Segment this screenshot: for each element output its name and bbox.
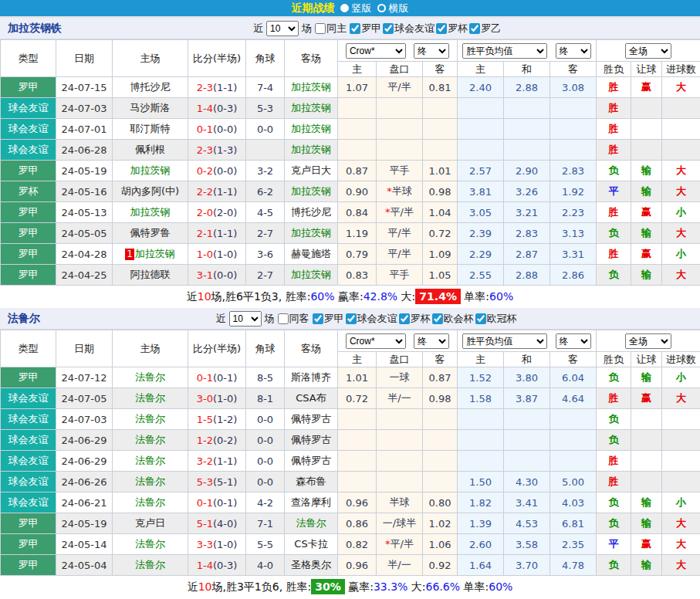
league-filters: 罗甲球会友谊罗杯欧会杯欧冠杯 bbox=[313, 312, 517, 326]
avg-odds-select[interactable]: 胜平负均值 bbox=[462, 43, 547, 59]
away-team-cell: 博托沙尼 bbox=[285, 202, 338, 223]
league-filter[interactable]: 罗乙 bbox=[469, 22, 501, 36]
avg-draw-cell: 4.53 bbox=[504, 513, 550, 534]
away-team-cell: 加拉茨钢 bbox=[285, 77, 338, 98]
league-checkbox[interactable] bbox=[475, 313, 486, 324]
goals-result-cell bbox=[662, 98, 700, 119]
date-cell: 24-05-16 bbox=[56, 181, 113, 202]
col-avg-draw: 和 bbox=[504, 62, 550, 77]
league-filter[interactable]: 欧会杯 bbox=[432, 312, 474, 326]
corner-cell: 7-4 bbox=[246, 77, 285, 98]
crown-away-odds-cell bbox=[423, 430, 458, 451]
date-cell: 24-07-03 bbox=[56, 98, 113, 119]
summary-segment: 场,胜6平1负3, 胜率: bbox=[211, 290, 311, 303]
corner-cell: 6-2 bbox=[246, 181, 285, 202]
league-checkbox[interactable] bbox=[346, 313, 357, 324]
final-avg-select[interactable]: 终 bbox=[556, 333, 591, 349]
bookmaker-select[interactable]: Crow* bbox=[346, 333, 406, 349]
col-handicap: 盘口 bbox=[377, 62, 423, 77]
final-odds-select[interactable]: 终 bbox=[414, 43, 449, 59]
match-row: 罗甲24-05-05佩特罗鲁2-1(1-1)2-7加拉茨钢1.19平/半0.72… bbox=[1, 223, 700, 244]
col-handicap-result: 让球 bbox=[631, 62, 662, 77]
home-team-cell: 法鲁尔 bbox=[113, 409, 188, 430]
league-checkbox[interactable] bbox=[313, 313, 323, 324]
crown-home-odds-cell: 0.72 bbox=[338, 388, 377, 409]
layout-radio-vertical[interactable]: 竖版 bbox=[340, 2, 372, 15]
away-team-cell: CSA布 bbox=[285, 388, 338, 409]
league-type-cell: 罗甲 bbox=[1, 534, 56, 555]
avg-odds-select[interactable]: 胜平负均值 bbox=[462, 333, 547, 349]
match-row: 罗杯24-05-16胡內多阿(中)2-2(1-1)6-2加拉茨钢0.90*半球0… bbox=[1, 181, 700, 202]
league-checkbox[interactable] bbox=[399, 313, 410, 324]
goals-result-cell: 大 bbox=[662, 265, 700, 286]
section-header-farul: 法鲁尔 近 10 场 同客 罗甲球会友谊罗杯欧会杯欧冠杯 bbox=[0, 308, 700, 330]
avg-draw-cell: 3.41 bbox=[504, 492, 550, 513]
radio-selected-icon[interactable] bbox=[340, 4, 349, 12]
same-venue-filter[interactable]: 同主 bbox=[315, 22, 347, 36]
league-filter[interactable]: 罗杯 bbox=[399, 312, 431, 326]
crown-away-odds-cell: 0.87 bbox=[423, 367, 458, 388]
league-checkbox[interactable] bbox=[383, 23, 394, 34]
games-count-select[interactable]: 10 bbox=[229, 311, 262, 327]
avg-home-cell: 3.81 bbox=[458, 181, 504, 202]
same-venue-checkbox[interactable] bbox=[315, 23, 326, 34]
league-type-cell: 球会友谊 bbox=[1, 98, 56, 119]
col-corner: 角球 bbox=[246, 40, 285, 77]
match-row: 罗甲24-05-13加拉茨钢2-0(2-0)4-5博托沙尼0.84*平/半1.0… bbox=[1, 202, 700, 223]
league-checkbox[interactable] bbox=[350, 23, 360, 34]
layout-radio-horizontal[interactable]: 横版 bbox=[377, 2, 409, 15]
avg-draw-cell: 3.87 bbox=[504, 388, 550, 409]
avg-home-cell: 1.50 bbox=[458, 472, 504, 492]
league-filter[interactable]: 欧冠杯 bbox=[475, 312, 517, 326]
league-filter[interactable]: 罗甲 bbox=[313, 312, 344, 326]
same-venue-checkbox[interactable] bbox=[278, 313, 289, 324]
crown-away-odds-cell: 0.92 bbox=[423, 555, 458, 576]
goals-result-cell: 大 bbox=[662, 77, 700, 98]
corner-cell: 5-3 bbox=[246, 98, 285, 119]
league-checkbox[interactable] bbox=[432, 313, 443, 324]
col-score: 比分(半场) bbox=[188, 330, 246, 367]
summary-segment: 单率: bbox=[460, 580, 489, 593]
avg-draw-cell: 2.87 bbox=[504, 244, 550, 265]
final-avg-select[interactable]: 终 bbox=[556, 43, 591, 59]
match-row: 球会友谊24-07-03法鲁尔1-5(1-2)0-0佩特罗古负 bbox=[1, 409, 700, 430]
avg-home-cell bbox=[458, 409, 504, 430]
avg-draw-cell bbox=[504, 409, 550, 430]
date-cell: 24-05-05 bbox=[56, 223, 113, 244]
crown-odds-group: Crow* 终 bbox=[338, 330, 458, 352]
avg-away-cell bbox=[550, 98, 597, 119]
league-type-cell: 球会友谊 bbox=[1, 430, 56, 451]
handicap-result-cell: 输 bbox=[631, 513, 662, 534]
corner-cell: 7-1 bbox=[246, 513, 285, 534]
league-filter[interactable]: 罗杯 bbox=[436, 22, 468, 36]
summary-segment: 60% bbox=[489, 580, 512, 593]
date-cell: 24-05-19 bbox=[56, 513, 113, 534]
bookmaker-select[interactable]: Crow* bbox=[346, 43, 406, 59]
full-match-select[interactable]: 全场 bbox=[625, 43, 671, 59]
horizontal-label: 横版 bbox=[389, 2, 409, 15]
early-odds-star: * bbox=[385, 206, 391, 218]
avg-home-cell: 2.40 bbox=[458, 77, 504, 98]
home-team-cell: 1加拉茨钢 bbox=[113, 244, 188, 265]
result-cell: 负 bbox=[597, 367, 631, 388]
radio-unselected-icon[interactable] bbox=[377, 4, 386, 12]
league-filter[interactable]: 球会友谊 bbox=[383, 22, 435, 36]
avg-away-cell bbox=[550, 451, 597, 472]
match-row: 罗甲24-05-19克卢日5-1(4-0)7-1法鲁尔0.86一/球半1.021… bbox=[1, 513, 700, 534]
full-match-select[interactable]: 全场 bbox=[625, 333, 671, 349]
same-venue-filter[interactable]: 同客 bbox=[278, 312, 309, 326]
league-type-cell: 球会友谊 bbox=[1, 451, 56, 472]
league-filter[interactable]: 罗甲 bbox=[350, 22, 381, 36]
crown-handicap-cell: 一球 bbox=[377, 367, 423, 388]
league-checkbox[interactable] bbox=[469, 23, 480, 34]
league-filter[interactable]: 球会友谊 bbox=[346, 312, 397, 326]
crown-home-odds-cell: 0.96 bbox=[338, 555, 377, 576]
crown-away-odds-cell: 0.81 bbox=[423, 77, 458, 98]
crown-away-odds-cell bbox=[423, 451, 458, 472]
crown-handicap-cell: 半/一 bbox=[377, 388, 423, 409]
avg-away-cell: 6.81 bbox=[550, 513, 597, 534]
result-group: 全场 bbox=[597, 40, 700, 62]
league-checkbox[interactable] bbox=[436, 23, 447, 34]
final-odds-select[interactable]: 终 bbox=[414, 333, 449, 349]
games-count-select[interactable]: 10 bbox=[266, 21, 299, 36]
